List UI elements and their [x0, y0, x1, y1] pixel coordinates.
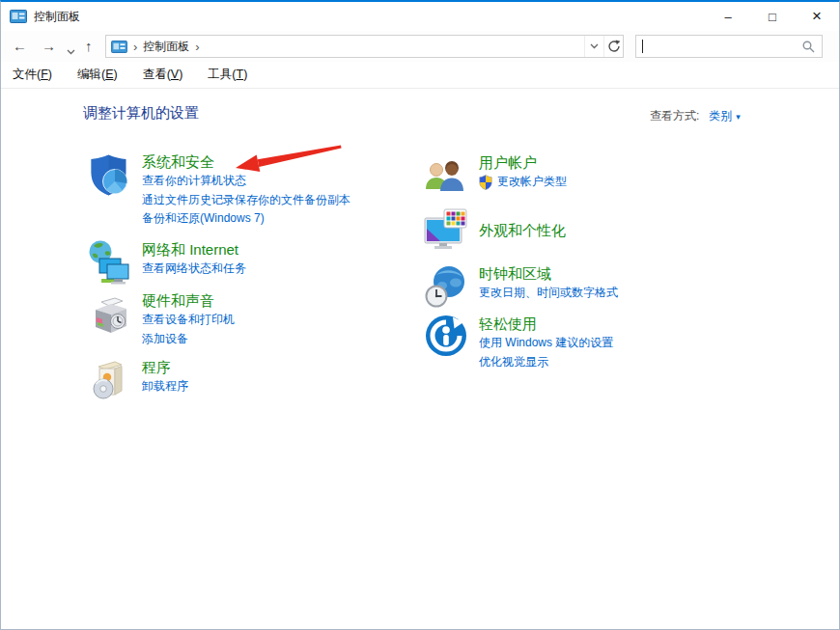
category-title[interactable]: 硬件和声音	[142, 291, 235, 311]
category-title[interactable]: 用户帐户	[479, 153, 567, 173]
title-bar: 控制面板 – □ ×	[1, 2, 839, 31]
task-link[interactable]: 查看设备和打印机	[142, 311, 235, 330]
breadcrumb[interactable]: 控制面板	[143, 39, 189, 55]
address-dropdown-icon[interactable]	[584, 36, 603, 57]
control-panel-window: 控制面板 – □ × ← → ↑ › 控制面板 ›	[0, 0, 840, 630]
menu-tools[interactable]: 工具(T)	[206, 64, 249, 86]
view-by-value[interactable]: 类别	[709, 108, 732, 124]
task-link[interactable]: 查看你的计算机状态	[142, 172, 350, 191]
navigation-toolbar: ← → ↑ › 控制面板 ›	[1, 31, 839, 62]
user-accounts-icon[interactable]	[423, 152, 469, 199]
task-link[interactable]: 添加设备	[142, 330, 235, 349]
menu-file[interactable]: 文件(F)	[11, 64, 54, 86]
view-by-label: 查看方式:	[650, 108, 699, 124]
task-link[interactable]: 使用 Windows 建议的设置	[479, 334, 613, 353]
task-link[interactable]: 卸载程序	[142, 377, 188, 397]
task-link[interactable]: 备份和还原(Windows 7)	[142, 209, 350, 229]
task-link[interactable]: 优化视觉显示	[479, 353, 613, 372]
programs-icon[interactable]	[86, 357, 132, 403]
maximize-button[interactable]: □	[750, 2, 795, 31]
uac-shield-icon	[479, 175, 492, 190]
up-icon[interactable]: ↑	[85, 36, 93, 57]
hardware-sound-icon[interactable]	[86, 290, 132, 337]
search-box[interactable]	[635, 35, 823, 58]
close-button[interactable]: ×	[795, 2, 839, 31]
window-title: 控制面板	[34, 9, 80, 25]
task-link[interactable]: 查看网络状态和任务	[142, 260, 246, 279]
category-hardware-sound: 硬件和声音 查看设备和打印机 添加设备	[86, 290, 235, 348]
control-panel-icon	[10, 10, 27, 23]
view-by-dropdown[interactable]: 查看方式: 类别 ▾	[650, 108, 741, 124]
menu-bar: 文件(F) 编辑(E) 查看(V) 工具(T)	[1, 62, 839, 89]
ease-of-access-icon[interactable]	[423, 314, 469, 360]
category-user-accounts: 用户帐户	[423, 152, 567, 199]
system-security-icon[interactable]	[86, 151, 132, 198]
search-icon[interactable]	[802, 41, 815, 53]
network-internet-icon[interactable]	[86, 239, 132, 286]
category-ease-of-access: 轻松使用 使用 Windows 建议的设置 优化视觉显示	[423, 314, 613, 371]
clock-region-icon[interactable]	[423, 263, 469, 310]
page-title: 调整计算机的设置	[83, 104, 199, 123]
task-link[interactable]: 更改日期、时间或数字格式	[479, 284, 618, 303]
back-icon[interactable]: ←	[13, 36, 27, 57]
history-chevron-icon[interactable]	[67, 40, 75, 61]
task-link[interactable]: 更改帐户类型	[497, 173, 567, 192]
menu-view[interactable]: 查看(V)	[141, 64, 185, 86]
category-title[interactable]: 轻松使用	[479, 315, 613, 334]
category-title[interactable]: 网络和 Internet	[142, 240, 246, 260]
search-input[interactable]	[643, 40, 802, 53]
minimize-button[interactable]: –	[706, 2, 750, 31]
category-title[interactable]: 外观和个性化	[479, 221, 566, 240]
category-title[interactable]: 时钟和区域	[479, 264, 618, 284]
appearance-personalization-icon[interactable]	[423, 206, 469, 253]
category-network-internet: 网络和 Internet 查看网络状态和任务	[86, 239, 246, 286]
control-panel-icon	[111, 41, 127, 53]
refresh-icon[interactable]	[603, 36, 623, 57]
category-system-security: 系统和安全 查看你的计算机状态 通过文件历史记录保存你的文件备份副本 备份和还原…	[86, 151, 350, 229]
category-appearance-personalization: 外观和个性化	[423, 206, 566, 253]
menu-edit[interactable]: 编辑(E)	[75, 64, 120, 86]
breadcrumb-chevron[interactable]: ›	[195, 40, 199, 54]
category-programs: 程序 卸载程序	[86, 357, 188, 403]
breadcrumb-chevron[interactable]: ›	[133, 40, 137, 54]
address-bar[interactable]: › 控制面板 ›	[105, 35, 624, 58]
content-area: 调整计算机的设置 查看方式: 类别 ▾ 系统和安全 查看你的计算机状态 通过文件…	[1, 89, 839, 629]
category-title[interactable]: 程序	[142, 358, 188, 377]
category-title[interactable]: 系统和安全	[142, 152, 350, 172]
task-link[interactable]: 通过文件历史记录保存你的文件备份副本	[142, 191, 350, 210]
chevron-down-icon: ▾	[736, 112, 741, 122]
category-clock-region: 时钟和区域 更改日期、时间或数字格式	[423, 263, 618, 310]
forward-icon[interactable]: →	[42, 36, 56, 57]
